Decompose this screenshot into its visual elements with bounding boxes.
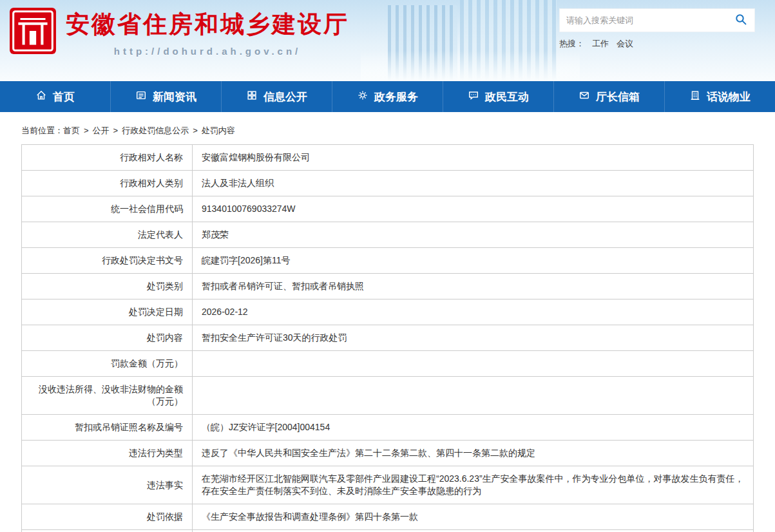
field-label: 处罚机关 [22,530,193,532]
building-icon [689,90,701,104]
field-label: 没收违法所得、没收非法财物的金额（万元） [22,377,193,415]
breadcrumb-item-disclosure[interactable]: 公开 [93,126,110,135]
penalty-info-table: 行政相对人名称 安徽富煌钢构股份有限公司 行政相对人类别 法人及非法人组织 统一… [21,144,754,532]
field-label: 法定代表人 [22,222,193,248]
breadcrumb-item-penalty-list[interactable]: 行政处罚信息公示 [122,126,189,135]
field-label: 暂扣或吊销证照名称及编号 [22,415,193,441]
field-value: 法人及非法人组织 [193,171,754,196]
site-url: http://dohurd.ah.gov.cn/ [66,46,349,57]
hot-search-label: 热搜： [559,39,584,48]
table-row: 暂扣或吊销证照名称及编号 （皖）JZ安许证字[2004]004154 [22,415,754,441]
search-area: 热搜：工作会议 [559,8,755,50]
search-button[interactable] [727,9,754,32]
field-label: 罚款金额（万元） [22,351,193,377]
nav-item-label: 新闻资讯 [153,90,196,104]
field-label: 处罚依据 [22,504,193,530]
site-header: 安徽省住房和城乡建设厅 http://dohurd.ah.gov.cn/ 热搜：… [0,0,775,81]
hot-search: 热搜：工作会议 [559,38,755,50]
table-row: 处罚机关 安徽省住房和城乡建设厅 [22,530,754,532]
hot-search-link-meeting[interactable]: 会议 [617,39,633,48]
field-value: 暂扣或者吊销许可证、暂扣或者吊销执照 [193,274,754,299]
breadcrumb-label: 当前位置： [21,126,63,135]
breadcrumb-separator: > [84,126,89,135]
field-value [193,377,754,415]
hot-search-link-work[interactable]: 工作 [592,39,609,48]
nav-item-info-disclosure[interactable]: 信息公开 [221,81,332,112]
field-value: 2026-02-12 [193,299,754,325]
table-row: 行政相对人名称 安徽富煌钢构股份有限公司 [22,145,754,171]
search-icon [734,13,747,28]
table-row: 处罚决定日期 2026-02-12 [22,299,754,325]
gear-icon [357,90,368,104]
table-row: 法定代表人 郑茂荣 [22,222,754,248]
table-row: 处罚依据 《生产安全事故报告和调查处理条例》第四十条第一款 [22,504,754,530]
nav-item-label: 首页 [53,90,75,104]
nav-item-label: 政民互动 [485,90,529,104]
info-grid-icon [246,90,258,104]
field-value: 违反了《中华人民共和国安全生产法》第二十二条第二款、第四十一条第二款的规定 [193,441,754,466]
table-row: 违法事实 在芜湖市经开区江北智能网联汽车及零部件产业园建设工程“2023.6.2… [22,466,754,504]
nav-item-home[interactable]: 首页 [0,81,110,112]
field-value: 在芜湖市经开区江北智能网联汽车及零部件产业园建设工程“2023.6.23”生产安… [193,466,754,504]
field-value: 《生产安全事故报告和调查处理条例》第四十条第一款 [193,504,754,530]
field-label: 行政相对人类别 [22,171,193,196]
nav-item-director-mailbox[interactable]: 厅长信箱 [553,81,664,112]
field-value: 暂扣安全生产许可证30天的行政处罚 [193,325,754,351]
main-nav: 首页 新闻资讯 信息公开 [0,81,775,112]
search-input[interactable] [560,15,727,25]
page: 安徽省住房和城乡建设厅 http://dohurd.ah.gov.cn/ 热搜：… [0,0,775,532]
field-value [193,351,754,377]
breadcrumb-item-current: 处罚内容 [202,126,235,135]
breadcrumb-separator: > [113,126,119,135]
field-label: 处罚内容 [22,325,193,351]
gate-emblem-icon [9,7,57,55]
field-label: 违法行为类型 [22,441,193,466]
table-row: 行政处罚决定书文号 皖建罚字[2026]第11号 [22,248,754,274]
nav-item-label: 话说物业 [707,90,751,104]
breadcrumb: 当前位置：首页>公开>行政处罚信息公示>处罚内容 [21,125,775,137]
table-row: 处罚类别 暂扣或者吊销许可证、暂扣或者吊销执照 [22,274,754,299]
nav-item-label: 信息公开 [263,90,307,104]
field-label: 处罚决定日期 [22,299,193,325]
table-row: 统一社会信用代码 91340100769033274W [22,196,754,222]
speech-bubble-icon [468,90,479,104]
field-value: 安徽富煌钢构股份有限公司 [193,145,754,171]
nav-item-news[interactable]: 新闻资讯 [110,81,221,112]
news-icon [135,90,147,104]
breadcrumb-item-home[interactable]: 首页 [63,126,80,135]
field-value: 皖建罚字[2026]第11号 [193,248,754,274]
nav-item-label: 政务服务 [374,90,418,104]
field-label: 违法事实 [22,466,193,504]
site-title: 安徽省住房和城乡建设厅 [66,8,349,41]
field-label: 行政相对人名称 [22,145,193,171]
header-haze [361,50,580,81]
field-value: 安徽省住房和城乡建设厅 [193,530,754,532]
field-label: 行政处罚决定书文号 [22,248,193,274]
field-value: （皖）JZ安许证字[2004]004154 [193,415,754,441]
site-branding: 安徽省住房和城乡建设厅 http://dohurd.ah.gov.cn/ [66,8,349,57]
field-label: 处罚类别 [22,274,193,299]
table-row: 没收违法所得、没收非法财物的金额（万元） [22,377,754,415]
field-value: 郑茂荣 [193,222,754,248]
table-row: 罚款金额（万元） [22,351,754,377]
search-box [559,8,755,32]
table-row: 违法行为类型 违反了《中华人民共和国安全生产法》第二十二条第二款、第四十一条第二… [22,441,754,466]
nav-item-label: 厅长信箱 [596,90,640,104]
field-value: 91340100769033274W [193,196,754,222]
table-row: 处罚内容 暂扣安全生产许可证30天的行政处罚 [22,325,754,351]
nav-item-public-interaction[interactable]: 政民互动 [443,81,553,112]
nav-item-property-talk[interactable]: 话说物业 [664,81,775,112]
table-row: 行政相对人类别 法人及非法人组织 [22,171,754,196]
field-label: 统一社会信用代码 [22,196,193,222]
breadcrumb-separator: > [193,126,198,135]
nav-item-gov-services[interactable]: 政务服务 [332,81,443,112]
home-icon [35,90,47,104]
mail-icon [579,90,590,104]
